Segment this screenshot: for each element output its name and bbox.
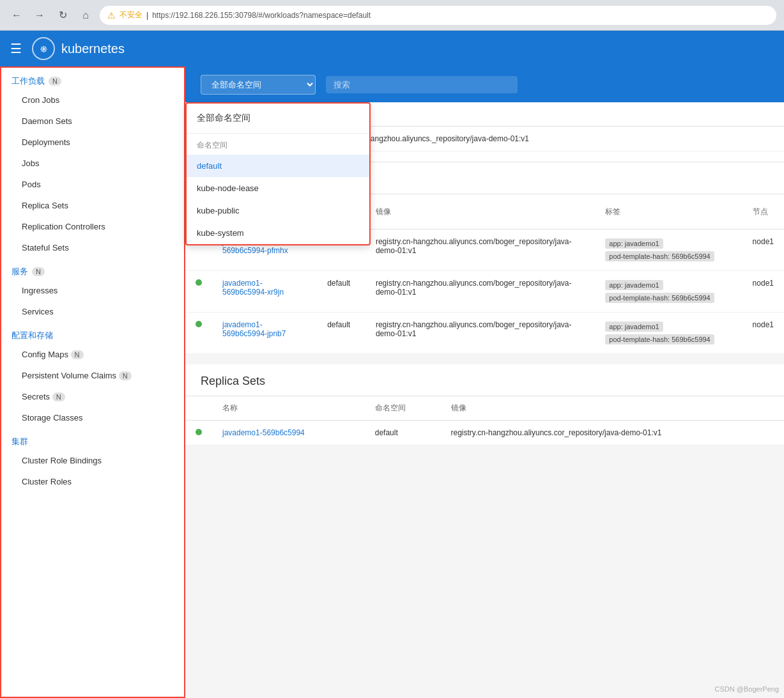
namespace-selector[interactable]: 全部命名空间 — [201, 75, 316, 95]
rs-col-name: 名称 — [212, 396, 365, 421]
pod-tags: app: javademo1pod-template-hash: 569b6c5… — [595, 229, 742, 271]
dropdown-item[interactable]: default — [187, 155, 369, 177]
insecure-label: 不安全 — [119, 10, 142, 20]
namespace-selector-wrapper: 全部命名空间 — [201, 75, 316, 95]
sidebar-item-pods[interactable]: Pods — [1, 174, 184, 195]
secrets-badge: N — [52, 392, 65, 401]
sidebar-section-services: 服务 N — [1, 258, 184, 280]
pod-namespace: default — [317, 271, 365, 313]
hamburger-menu[interactable]: ☰ — [10, 41, 22, 56]
tag-badge: pod-template-hash: 569b6c5994 — [605, 334, 714, 345]
cell-image: registry.cn-hangzhou.aliyuncs._repositor… — [319, 127, 784, 151]
url-text: https://192.168.226.155:30798/#/workload… — [152, 11, 371, 20]
table-row: javademo1-569b6c5994 default registry.cn… — [185, 421, 784, 446]
warning-icon: ⚠ — [107, 10, 116, 20]
sidebar-item-config-maps[interactable]: Config Maps N — [1, 344, 184, 365]
rs-namespace: default — [365, 421, 441, 446]
tag-badge: pod-template-hash: 569b6c5994 — [605, 251, 714, 261]
replica-sets-table: 名称 命名空间 镜像 javademo1-569b6c5994 default … — [185, 396, 784, 446]
forward-button[interactable]: → — [31, 6, 49, 24]
sidebar-item-daemon-sets[interactable]: Daemon Sets — [1, 111, 184, 132]
back-button[interactable]: ← — [8, 6, 26, 24]
watermark: CSDN @BogerPeng — [715, 685, 779, 693]
config-label: 配置和存储 — [12, 330, 53, 341]
cluster-label: 集群 — [12, 436, 28, 447]
sidebar-item-jobs[interactable]: Jobs — [1, 153, 184, 174]
status-indicator — [196, 321, 202, 327]
k8s-logo: ⎈ — [32, 37, 55, 60]
namespace-bar: 全部命名空间 — [185, 66, 784, 102]
sidebar-section-config: 配置和存储 — [1, 322, 184, 344]
pod-tags: app: javademo1pod-template-hash: 569b6c5… — [595, 271, 742, 313]
sidebar-item-replication-controllers[interactable]: Replication Controllers — [1, 216, 184, 237]
pod-namespace: default — [317, 313, 365, 354]
status-indicator — [196, 429, 202, 435]
app-header: ☰ ⎈ kubernetes — [0, 31, 784, 66]
sidebar-section-workloads: 工作负载 N — [1, 68, 184, 89]
sidebar-section-cluster: 集群 — [1, 428, 184, 450]
sidebar-item-cron-jobs[interactable]: Cron Jobs — [1, 89, 184, 111]
refresh-button[interactable]: ↻ — [54, 6, 72, 24]
pods-col-tags: 标签 — [595, 194, 742, 229]
table-row: javademo1-569b6c5994-jpnb7 default regis… — [185, 313, 784, 354]
config-maps-badge: N — [71, 350, 84, 359]
pod-node: node1 — [742, 271, 784, 313]
sidebar-item-stateful-sets[interactable]: Stateful Sets — [1, 237, 184, 258]
col-image: 镜像 — [319, 102, 784, 127]
pvc-badge: N — [119, 371, 132, 380]
tag-badge: pod-template-hash: 569b6c5994 — [605, 293, 714, 303]
dropdown-section-label: 命名空间 — [187, 134, 369, 155]
browser-chrome: ← → ↻ ⌂ ⚠ 不安全 | https://192.168.226.155:… — [0, 0, 784, 31]
services-badge: N — [32, 267, 45, 276]
url-separator: | — [146, 11, 148, 20]
tag-badge: app: javademo1 — [605, 238, 663, 249]
sidebar-item-cluster-roles[interactable]: Cluster Roles — [1, 471, 184, 492]
address-bar[interactable]: ⚠ 不安全 | https://192.168.226.155:30798/#/… — [100, 6, 776, 25]
rs-col-namespace: 命名空间 — [365, 396, 441, 421]
logo-area: ⎈ kubernetes — [32, 37, 125, 60]
replica-sets-section: Replica Sets 名称 命名空间 镜像 javademo1-569b6c… — [185, 364, 784, 446]
rs-col-image: 镜像 — [441, 396, 784, 421]
namespace-dropdown: 全部命名空间 命名空间 defaultkube-node-leasekube-p… — [185, 102, 371, 245]
app-container: ☰ ⎈ kubernetes 工作负载 N Cron Jobs Daemon S… — [0, 31, 784, 698]
sidebar-item-services[interactable]: Services — [1, 301, 184, 322]
status-indicator — [196, 279, 202, 286]
tag-badge: app: javademo1 — [605, 280, 663, 290]
sidebar-item-storage-classes[interactable]: Storage Classes — [1, 407, 184, 428]
sidebar-item-pvc[interactable]: Persistent Volume Claims N — [1, 365, 184, 386]
pod-node: node1 — [742, 313, 784, 354]
tag-badge: app: javademo1 — [605, 322, 663, 332]
pod-node: node1 — [742, 229, 784, 271]
pod-tags: app: javademo1pod-template-hash: 569b6c5… — [595, 313, 742, 354]
dropdown-item[interactable]: kube-system — [187, 222, 369, 244]
rs-image: registry.cn-hangzhou.aliyuncs.cor_reposi… — [441, 421, 784, 446]
sidebar: 工作负载 N Cron Jobs Daemon Sets Deployments… — [0, 66, 185, 698]
pod-name-link[interactable]: javademo1-569b6c5994-xr9jn — [222, 279, 284, 297]
sidebar-item-deployments[interactable]: Deployments — [1, 132, 184, 153]
search-input[interactable] — [326, 76, 518, 93]
dropdown-item[interactable]: kube-node-lease — [187, 177, 369, 199]
dropdown-items: defaultkube-node-leasekube-publickube-sy… — [187, 155, 369, 244]
pod-image: registry.cn-hangzhou.aliyuncs.com/boger_… — [365, 271, 595, 313]
pod-image: registry.cn-hangzhou.aliyuncs.com/boger_… — [365, 229, 595, 271]
table-row: javademo1-569b6c5994-xr9jn default regis… — [185, 271, 784, 313]
dropdown-item[interactable]: kube-public — [187, 199, 369, 222]
app-title: kubernetes — [61, 42, 125, 56]
replica-sets-title: Replica Sets — [185, 364, 784, 396]
home-button[interactable]: ⌂ — [77, 6, 95, 24]
workloads-badge: N — [49, 77, 61, 86]
content-area: 工作负载 N Cron Jobs Daemon Sets Deployments… — [0, 66, 784, 698]
services-label: 服务 — [12, 266, 28, 277]
rs-name-link[interactable]: javademo1-569b6c5994 — [222, 428, 305, 437]
pod-name-link[interactable]: javademo1-569b6c5994-jpnb7 — [222, 320, 286, 338]
pod-image: registry.cn-hangzhou.aliyuncs.com/boger_… — [365, 313, 595, 354]
pods-col-image: 镜像 — [365, 194, 595, 229]
sidebar-item-secrets[interactable]: Secrets N — [1, 386, 184, 407]
sidebar-item-replica-sets[interactable]: Replica Sets — [1, 195, 184, 216]
pods-col-node: 节点 — [742, 194, 784, 229]
sidebar-item-ingresses[interactable]: Ingresses — [1, 280, 184, 301]
workloads-label: 工作负载 — [12, 75, 45, 87]
sidebar-item-cluster-role-bindings[interactable]: Cluster Role Bindings — [1, 450, 184, 471]
dropdown-all-namespaces[interactable]: 全部命名空间 — [187, 104, 369, 134]
